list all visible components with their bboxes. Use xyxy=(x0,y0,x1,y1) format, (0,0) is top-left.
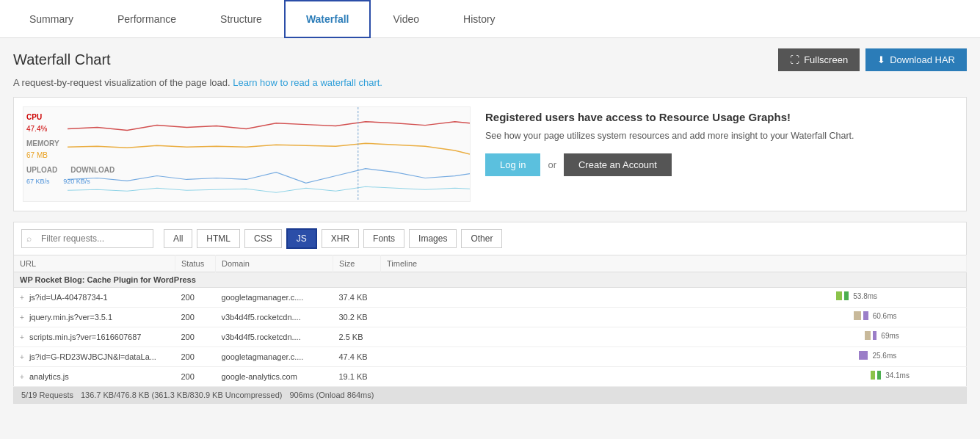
table-header-row: URL Status Domain Size Timeline xyxy=(14,255,967,272)
url-cell: + js?id=UA-40478734-1 xyxy=(14,288,175,308)
chart-area: CPU 47.4% MEMORY 67 MB UPLOAD 67 KB/s DO… xyxy=(23,106,471,202)
memory-label: MEMORY xyxy=(26,139,59,148)
tab-structure[interactable]: Structure xyxy=(198,0,284,38)
download-har-button[interactable]: ⬇ Download HAR xyxy=(865,48,967,71)
tab-history[interactable]: History xyxy=(441,0,518,38)
resource-info-desc: See how your page utilizes system resour… xyxy=(485,129,957,143)
filter-btn-all[interactable]: All xyxy=(164,229,192,248)
size-cell: 2.5 KB xyxy=(333,327,381,347)
bar-connect xyxy=(844,291,849,300)
filter-btn-fonts[interactable]: Fonts xyxy=(363,229,404,248)
tab-bar: Summary Performance Structure Waterfall … xyxy=(0,0,980,38)
filter-btn-css[interactable]: CSS xyxy=(244,229,282,248)
tab-waterfall[interactable]: Waterfall xyxy=(284,0,371,38)
upload-value: 67 KB/s xyxy=(26,176,57,186)
resource-info-title: Registered users have access to Resource… xyxy=(485,111,957,123)
resource-chart-svg xyxy=(68,107,470,201)
filter-btn-images[interactable]: Images xyxy=(409,229,457,248)
size-cell: 37.4 KB xyxy=(333,288,381,308)
bar-wait xyxy=(865,331,871,340)
status-cell: 200 xyxy=(175,327,216,347)
expand-icon: + xyxy=(20,353,24,361)
resource-card: CPU 47.4% MEMORY 67 MB UPLOAD 67 KB/s DO… xyxy=(13,97,967,211)
filter-input-wrap: ⌕ xyxy=(21,229,153,248)
create-account-button[interactable]: Create an Account xyxy=(564,153,672,176)
status-cell: 200 xyxy=(175,288,216,308)
domain-cell: googletagmanager.c.... xyxy=(216,347,333,367)
table-container: URL Status Domain Size Timeline WP Rocke… xyxy=(13,255,967,387)
timeline-cell: 34.1ms xyxy=(381,367,967,387)
tab-performance[interactable]: Performance xyxy=(95,0,198,38)
group-label: WP Rocket Blog: Cache Plugin for WordPre… xyxy=(14,272,967,288)
domain-cell: googletagmanager.c.... xyxy=(216,288,333,308)
status-bar: 5/19 Requests 136.7 KB/476.8 KB (361.3 K… xyxy=(13,387,967,404)
timeline-bar: 53.8ms xyxy=(387,291,961,304)
filter-btn-xhr[interactable]: XHR xyxy=(322,229,359,248)
title-row: Waterfall Chart ⛶ Fullscreen ⬇ Download … xyxy=(13,48,967,71)
learn-more-link[interactable]: Learn how to read a waterfall chart. xyxy=(233,77,382,88)
status-requests: 5/19 Requests xyxy=(21,391,73,399)
table-row[interactable]: + jquery.min.js?ver=3.5.1 200 v3b4d4f5.r… xyxy=(14,308,967,327)
bar-wait xyxy=(854,311,861,320)
status-time: 906ms (Onload 864ms) xyxy=(290,391,374,399)
table-row[interactable]: + js?id=UA-40478734-1 200 googletagmanag… xyxy=(14,288,967,308)
resource-info: Registered users have access to Resource… xyxy=(485,106,957,202)
bar-receive xyxy=(863,311,868,320)
bar-connect xyxy=(877,371,881,380)
timeline-cell: 60.6ms xyxy=(381,308,967,327)
table-row[interactable]: + analytics.js 200 google-analytics.com … xyxy=(14,367,967,387)
expand-icon: + xyxy=(20,294,24,302)
size-cell: 30.2 KB xyxy=(333,308,381,327)
main-content: Waterfall Chart ⛶ Fullscreen ⬇ Download … xyxy=(0,38,980,414)
filter-bar: ⌕ All HTML CSS JS XHR Fonts Images Other xyxy=(13,222,967,255)
col-domain: Domain xyxy=(216,255,333,272)
col-url: URL xyxy=(14,255,175,272)
download-icon: ⬇ xyxy=(877,54,885,65)
col-timeline: Timeline xyxy=(381,255,967,272)
filter-btn-js[interactable]: JS xyxy=(286,228,317,249)
size-cell: 19.1 KB xyxy=(333,367,381,387)
domain-cell: v3b4d4f5.rocketcdn.... xyxy=(216,327,333,347)
timeline-cell: 25.6ms xyxy=(381,347,967,367)
upload-label: UPLOAD xyxy=(26,164,57,176)
title-buttons: ⛶ Fullscreen ⬇ Download HAR xyxy=(778,48,967,71)
fullscreen-button[interactable]: ⛶ Fullscreen xyxy=(778,48,860,71)
filter-btn-html[interactable]: HTML xyxy=(197,229,240,248)
waterfall-table: URL Status Domain Size Timeline WP Rocke… xyxy=(13,255,967,387)
cpu-value: 47.4% xyxy=(26,125,47,133)
url-cell: + js?id=G-RD23WJBCJN&l=dataLa... xyxy=(14,347,175,367)
filter-input[interactable] xyxy=(21,229,153,248)
expand-icon: + xyxy=(20,313,24,322)
timeline-bar: 60.6ms xyxy=(387,311,961,324)
group-header-row: WP Rocket Blog: Cache Plugin for WordPre… xyxy=(14,272,967,288)
bar-receive xyxy=(859,351,868,360)
cpu-label: CPU xyxy=(26,113,42,121)
timeline-bar: 25.6ms xyxy=(387,350,961,363)
bar-receive xyxy=(873,331,876,340)
col-status: Status xyxy=(175,255,216,272)
status-cell: 200 xyxy=(175,347,216,367)
bar-dns xyxy=(871,371,875,380)
url-cell: + jquery.min.js?ver=3.5.1 xyxy=(14,308,175,327)
domain-cell: v3b4d4f5.rocketcdn.... xyxy=(216,308,333,327)
filter-btn-other[interactable]: Other xyxy=(461,229,502,248)
size-cell: 47.4 KB xyxy=(333,347,381,367)
timeline-cell: 69ms xyxy=(381,327,967,347)
memory-value: 67 MB xyxy=(26,151,48,159)
tab-video[interactable]: Video xyxy=(371,0,441,38)
fullscreen-icon: ⛶ xyxy=(790,54,799,65)
status-cell: 200 xyxy=(175,308,216,327)
col-size: Size xyxy=(333,255,381,272)
domain-cell: google-analytics.com xyxy=(216,367,333,387)
timeline-bar: 69ms xyxy=(387,330,961,344)
subtitle: A request-by-request visualization of th… xyxy=(13,77,967,88)
or-text: or xyxy=(548,159,556,170)
status-size: 136.7 KB/476.8 KB (361.3 KB/830.9 KB Unc… xyxy=(81,391,283,399)
timeline-cell: 53.8ms xyxy=(381,288,967,308)
login-button[interactable]: Log in xyxy=(485,153,540,176)
table-row[interactable]: + js?id=G-RD23WJBCJN&l=dataLa... 200 goo… xyxy=(14,347,967,367)
tab-summary[interactable]: Summary xyxy=(7,0,95,38)
table-row[interactable]: + scripts.min.js?ver=1616607687 200 v3b4… xyxy=(14,327,967,347)
url-cell: + scripts.min.js?ver=1616607687 xyxy=(14,327,175,347)
page-title: Waterfall Chart xyxy=(13,51,111,68)
